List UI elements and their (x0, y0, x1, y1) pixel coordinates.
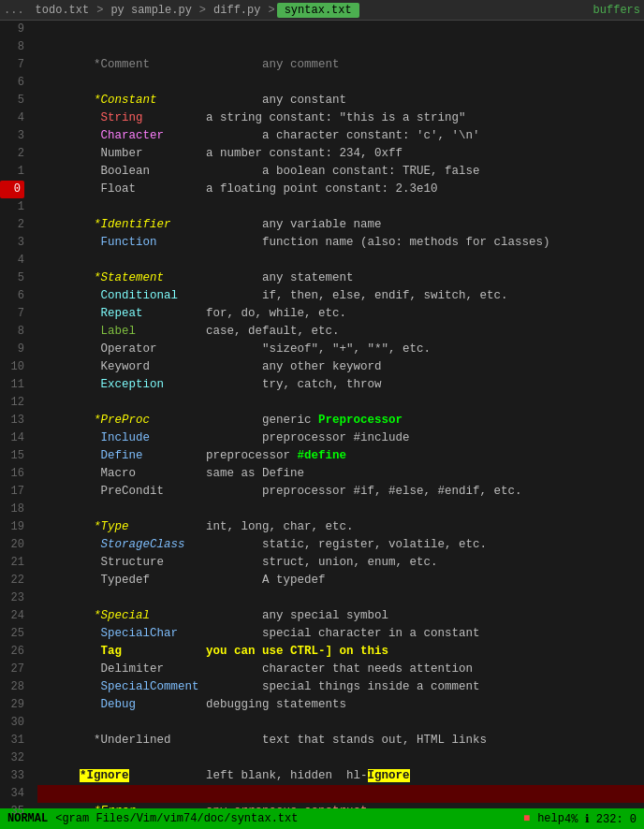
editor-content: 9 8 7 6 5 4 3 2 1 0 1 2 3 4 5 6 7 8 9 10… (0, 21, 644, 808)
precondit-desc: preprocessor #if, #else, #endif, etc. (206, 485, 522, 498)
tab-syntax[interactable]: syntax.txt (277, 3, 359, 18)
string-desc: a string constant: "this is a string" (150, 111, 466, 124)
ln-6b: 6 (0, 287, 24, 305)
ln-32: 32 (0, 749, 24, 767)
ignore-keyword: Ignore (87, 769, 129, 782)
constant-keyword: *Constant (80, 94, 206, 107)
ln-10: 10 (0, 358, 24, 376)
ln-20: 20 (0, 536, 24, 554)
type-desc: int, long, char, etc. (150, 520, 354, 533)
code-line-identifier: *Identifier any variable name (37, 198, 644, 216)
ignore-blank-desc: left blank, hidden (150, 769, 346, 782)
tab-dots: ... (4, 4, 24, 17)
ln-17: 17 (0, 483, 24, 501)
underlined-desc: text that stands out, HTML links (206, 734, 487, 747)
ignore-hl1-desc: hl- (346, 769, 368, 782)
tab-diff[interactable]: diff.py (208, 4, 266, 17)
define-keyword: Define (80, 449, 150, 462)
include-desc: preprocessor #include (206, 431, 410, 444)
code-line-preproc: *PreProc generic Preprocessor (37, 394, 644, 412)
buffers-label: buffers (593, 4, 640, 17)
status-file: <gram Files/Vim/vim74/doc/syntax.txt (55, 812, 516, 825)
tab-todo[interactable]: todo.txt (30, 4, 95, 17)
float-desc: a floating point constant: 2.3e10 (150, 182, 438, 196)
comment-desc: any comment (206, 58, 340, 71)
underlined-keyword: *Underlined (80, 734, 206, 747)
ln-4b: 4 (0, 252, 24, 269)
operator-keyword: Operator (80, 342, 206, 356)
typedef-keyword: Typedef (80, 574, 206, 587)
ln-3b: 3 (0, 234, 24, 252)
error-desc: any erroneous construct (150, 805, 368, 808)
ln-7b: 7 (0, 305, 24, 323)
ln-9: 9 (0, 21, 24, 38)
number-desc: a number constant: 234, 0xff (150, 147, 402, 160)
ln-18: 18 (0, 501, 24, 518)
ignore-hl2: Ignore (368, 769, 410, 782)
typedef-desc: A typedef (206, 574, 326, 587)
special-keyword: *Special (80, 609, 206, 622)
identifier-desc: any variable name (206, 218, 382, 231)
char-keyword: Character (80, 129, 206, 142)
structure-keyword: Structure (80, 556, 206, 569)
ln-29: 29 (0, 696, 24, 714)
preprocessor-bold: Preprocessor (318, 414, 402, 427)
ln-16: 16 (0, 465, 24, 483)
preproc-desc: generic Preprocessor (206, 414, 402, 427)
status-position: 4% ℹ 232: 0 (564, 812, 637, 826)
code-line-error: *Error any erroneous construct (37, 785, 644, 803)
storageclass-desc: static, register, volatile, etc. (206, 538, 487, 551)
debug-keyword: Debug (80, 698, 150, 711)
precondit-keyword: PreCondit (80, 485, 206, 498)
ln-2b: 2 (0, 216, 24, 234)
tab-bar: ... todo.txt > py sample.py > diff.py > … (0, 0, 644, 21)
ln-25: 25 (0, 625, 24, 643)
ln-21: 21 (0, 554, 24, 572)
code-line-9 (37, 21, 644, 38)
specialcomment-desc: special things inside a comment (206, 680, 480, 693)
identifier-keyword: *Identifier (80, 218, 206, 231)
ln-2: 2 (0, 145, 24, 163)
label-keyword: Label (80, 325, 150, 338)
conditional-desc: if, then, else, endif, switch, etc. (206, 289, 508, 302)
macro-desc: same as Define (150, 467, 304, 480)
tag-keyword: Tag (80, 645, 150, 658)
define-desc: preprocessor #define (150, 449, 346, 462)
code-line-special: *Special any special symbol (37, 589, 644, 607)
specialchar-desc: special character in a constant (206, 627, 480, 640)
delimiter-keyword: Delimiter (80, 662, 206, 676)
constant-desc: any constant (206, 94, 346, 107)
status-bar: NORMAL <gram Files/Vim/vim74/doc/syntax.… (0, 808, 644, 829)
function-keyword: Function (80, 236, 206, 249)
ln-19: 19 (0, 518, 24, 536)
code-line-ignore: *Ignore left blank, hidden hl-Ignore (37, 749, 644, 767)
statement-keyword: *Statement (80, 271, 206, 284)
tab-sample[interactable]: py sample.py (105, 4, 197, 17)
preproc-keyword: *PreProc (80, 414, 206, 427)
ln-1b: 1 (0, 198, 24, 216)
ln-24: 24 (0, 607, 24, 625)
code-line-comment: *Comment any comment (37, 38, 644, 56)
ln-5: 5 (0, 92, 24, 109)
exception-keyword: Exception (80, 378, 206, 391)
ln-1: 1 (0, 163, 24, 181)
code-line-statement: *Statement any statement (37, 252, 644, 269)
float-keyword: Float (80, 182, 150, 196)
macro-keyword: Macro (80, 467, 150, 480)
ln-28: 28 (0, 678, 24, 696)
ln-27: 27 (0, 661, 24, 678)
label-desc: case, default, etc. (150, 325, 340, 338)
conditional-keyword: Conditional (80, 289, 206, 302)
define-bold: #define (298, 449, 347, 462)
ln-8b: 8 (0, 323, 24, 341)
code-area: *Comment any comment *Constant any const… (30, 21, 644, 808)
ln-5b: 5 (0, 269, 24, 287)
tag-desc: you can use CTRL-] on this (150, 645, 388, 658)
delimiter-desc: character that needs attention (206, 662, 473, 676)
repeat-keyword: Repeat (80, 307, 150, 320)
ln-11: 11 (0, 376, 24, 394)
status-mode: NORMAL (7, 812, 48, 825)
number-keyword: Number (80, 147, 150, 160)
ln-0: 0 (0, 181, 24, 198)
debug-desc: debugging statements (150, 698, 346, 711)
